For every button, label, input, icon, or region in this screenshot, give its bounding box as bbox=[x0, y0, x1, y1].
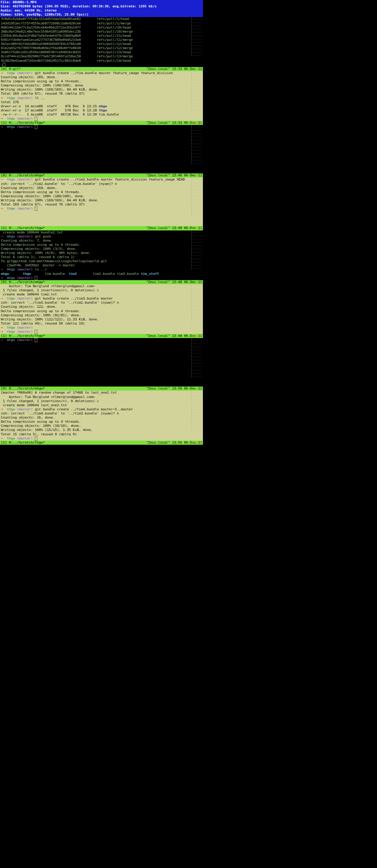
command-text: ll .. bbox=[35, 96, 45, 100]
output-line: Writing objects: 100% (15/15), 1.35 KiB,… bbox=[1, 428, 202, 432]
output-line: Compressing objects: 100% (3/3), done. bbox=[1, 247, 202, 251]
status-left: [1] 0:../Scratch/thgw* bbox=[1, 121, 45, 125]
activity-dots: |......|......|......|......|......|....… bbox=[191, 391, 202, 430]
output-line: Writing objects: 100% (169/169), 84.49 K… bbox=[1, 88, 202, 92]
status-left: [0] 0:git* bbox=[1, 67, 21, 71]
git-branch: (master) bbox=[17, 268, 33, 271]
prompt-arrow-icon: ➜ bbox=[1, 207, 7, 211]
ref-line: 561ec489f02f442d891a540694949764c5766140… bbox=[1, 42, 202, 46]
prompt-arrow-icon: ➜ bbox=[1, 268, 7, 271]
prompt-arrow-icon: ➜ bbox=[1, 117, 7, 121]
status-left: [1] 0:../Scratch/thgw* bbox=[1, 226, 45, 230]
tmux-status-bar: [1] 0:../Scratch/thgw*"Zeus.local" 13:33… bbox=[0, 121, 203, 125]
output-line: Compressing objects: 100% (10/10), done. bbox=[1, 424, 202, 428]
output-line: zsh: correct '../tim2.bundle' to '../tim… bbox=[1, 182, 202, 186]
command-text: ls ../ bbox=[35, 268, 47, 271]
ref-line: 413829b42aea67241e4bff1b624517cc661c6de0… bbox=[1, 59, 202, 63]
ls-line: drwxr-xr-x 17 mccm06 staff 578 Dec 6 13:… bbox=[1, 108, 202, 113]
terminal-pane[interactable]: |......|......|......|......|......|....… bbox=[0, 71, 203, 121]
status-left: [1] 0:../Scratch/thgw* bbox=[1, 334, 45, 338]
git-branch: (master) bbox=[17, 407, 33, 411]
output-line: Total 15 (delta 5), reused 0 (delta 0) bbox=[1, 432, 202, 436]
output-line: Total 122 (delta 49), reused 50 (delta 1… bbox=[1, 321, 202, 326]
prompt-arrow-icon: ➜ bbox=[1, 178, 7, 181]
cwd: thgw bbox=[7, 436, 15, 440]
output-line: Total 169 (delta 67), reused 76 (delta 3… bbox=[1, 92, 202, 96]
terminal-pane[interactable]: |......|......|......|......|......|....… bbox=[0, 391, 203, 440]
output-line: Counting objects: 7, done. bbox=[1, 239, 202, 243]
prompt-cursor[interactable]: : bbox=[1, 63, 3, 67]
cursor bbox=[35, 338, 37, 342]
output-line: Delta compression using up to 4 threads. bbox=[1, 190, 202, 194]
output-line: zsh: correct '../tim3.bundle' to '../tim… bbox=[1, 301, 202, 305]
terminal-pane[interactable]: |......|......|......|......|......|....… bbox=[0, 178, 203, 226]
command-text: git bundle create ../tim2.bundle master … bbox=[35, 178, 185, 181]
tmux-status-bar: [0] 0:../Scratch/mhgw*"Zeus.local" 13:40… bbox=[0, 174, 203, 178]
output-line: 1 files changed, 1 insertions(+), 0 dele… bbox=[1, 399, 202, 403]
tmux-status-bar: [1] 0:../Scratch/thgw*"Zeus.local" 13:40… bbox=[0, 226, 203, 230]
tmux-status-bar: [0] 0:../Scratch/mhgw*"Zeus.local" 13:56… bbox=[0, 386, 203, 391]
git-branch: (master) bbox=[17, 117, 33, 121]
prompt-arrow-icon: ➜ bbox=[1, 71, 7, 75]
output-line: Counting objects: 169, done. bbox=[1, 186, 202, 190]
ref-line: 0d814411bb77cba17b9ceb6e0bb25f2ac03a14ff… bbox=[1, 26, 202, 30]
video-timestamp: 00:23:02 bbox=[191, 335, 202, 338]
cwd: mhgw bbox=[7, 268, 15, 271]
video-timestamp: 00:15:25 bbox=[191, 227, 202, 230]
terminal-pane[interactable]: |......|......|......|......|......|....… bbox=[0, 284, 203, 334]
output-line: Total 6 (delta 1), reused 6 (delta 1) bbox=[1, 255, 202, 259]
tmux-status-bar: [0] 0:git*"Zeus.local" 13:33 06-Dec-11 bbox=[0, 67, 203, 71]
header-line: Audio: aac, 44100 Hz, stereo bbox=[1, 8, 202, 13]
status-left: [1] 0:../Scratch/thgw* bbox=[1, 441, 45, 445]
output-line: Delta compression using up to 4 threads. bbox=[1, 420, 202, 424]
output-line: zsh: correct '../tim4.bundle' to '../tim… bbox=[1, 411, 202, 415]
header-line: File: 6BUNDL~1.MP4 bbox=[1, 0, 202, 4]
cursor bbox=[35, 207, 37, 211]
activity-dots: |......|......|......|......|......|....… bbox=[191, 71, 202, 111]
activity-dots: |......|......|......|......|......|....… bbox=[191, 338, 202, 378]
ref-line: 6491ff3e0efaeb1eca427747367889e04d5233e0… bbox=[1, 38, 202, 42]
tmux-status-bar: [0] 0:../Scratch/mhgw*"Zeus.local" 13:48… bbox=[0, 280, 203, 284]
tmux-status-bar: [1] 0:../Scratch/thgw*"Zeus.local" 13:48… bbox=[0, 334, 203, 338]
command-text: git bundle create ../tim4.bundle master~… bbox=[35, 407, 133, 411]
cwd: thgw bbox=[7, 297, 15, 301]
ls-line: -rw-r--r-- 1 mccm06 staff 86728 Dec 6 13… bbox=[1, 113, 202, 117]
output-line: Counting objects: 122, done. bbox=[1, 305, 202, 309]
ref-line: 0ccdf44ce13ee30290bf73e6f301469fa150ac58… bbox=[1, 54, 202, 59]
terminal-pane[interactable]: |......|......|......|......|......|....… bbox=[0, 17, 203, 67]
video-info-header: File: 6BUNDL~1.MP4 Size: 402702080 bytes… bbox=[0, 0, 203, 17]
prompt-arrow-icon: ➜ bbox=[1, 407, 7, 411]
status-right: "Zeus.local" 13:33 06-Dec-11 bbox=[146, 67, 202, 71]
git-branch: (master) bbox=[17, 235, 33, 238]
cursor bbox=[35, 125, 37, 129]
terminal-pane[interactable]: |......|......|......|......|......|....… bbox=[0, 230, 203, 280]
command-text: git bundle create ../tim3.bundle master bbox=[35, 297, 113, 301]
ref-line: 61e2a032fb73997f0b06d69e2f5be86d0ffe0630… bbox=[1, 46, 202, 50]
command-text: git bundle create ../tim.bundle master f… bbox=[35, 71, 173, 75]
tmux-status-bar: [1] 0:../Scratch/thgw*"Zeus.local" 13:56… bbox=[0, 441, 203, 445]
prompt-arrow-icon: ➜ bbox=[1, 235, 7, 238]
ref-line: 143d1953ecf1f5f4559cab8772b08c2a8e920cbe… bbox=[1, 22, 202, 26]
git-branch: (master) bbox=[17, 125, 33, 129]
prompt-arrow-icon: ➜ bbox=[1, 276, 7, 280]
prompt-arrow-icon: ➜ bbox=[1, 326, 7, 330]
output-line: Author: Tim Berglund <tlberglund@gmail.c… bbox=[1, 395, 202, 399]
terminal-pane[interactable]: |......|......|......|......|......|....… bbox=[0, 125, 203, 174]
cwd: thgw bbox=[7, 330, 15, 334]
git-branch: (master) bbox=[17, 326, 33, 330]
cwd: thgw bbox=[7, 96, 15, 100]
screenshot-root: File: 6BUNDL~1.MP4 Size: 402702080 bytes… bbox=[0, 0, 203, 445]
output-line: Compressing objects: 100% (81/81), done. bbox=[1, 313, 202, 317]
prompt-arrow-icon: ➜ bbox=[1, 436, 7, 440]
status-right: "Zeus.local" 13:48 06-Dec-11 bbox=[146, 280, 202, 284]
terminal-pane[interactable]: |......|......|......|......|......|....… bbox=[0, 338, 203, 386]
output-line: Writing objects: 100% (6/6), 905 bytes, … bbox=[1, 251, 202, 255]
output-line: Delta compression using up to 4 threads. bbox=[1, 309, 202, 313]
status-left: [0] 0:../Scratch/mhgw* bbox=[1, 174, 45, 178]
status-left: [0] 0:../Scratch/mhgw* bbox=[1, 280, 45, 284]
cwd: mhgw bbox=[7, 125, 15, 129]
output-line: create mode 100644 last_one2.txt bbox=[1, 403, 202, 407]
activity-dots: |......|......|......|......|......|....… bbox=[191, 284, 202, 324]
git-branch: (master) bbox=[17, 207, 33, 211]
cwd: thgw bbox=[7, 207, 15, 211]
